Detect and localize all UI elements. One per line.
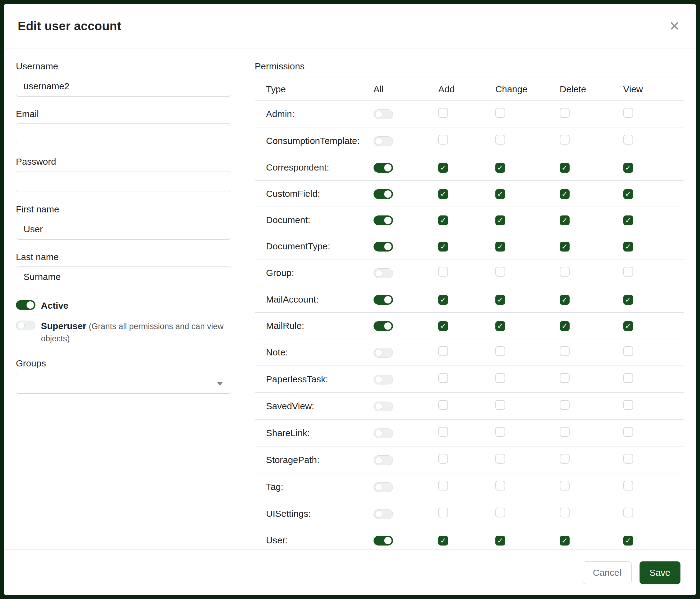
permission-view-checkbox[interactable] (623, 108, 633, 118)
permission-delete-checkbox[interactable]: ✓ (560, 242, 570, 251)
permission-delete-checkbox[interactable] (560, 508, 570, 518)
permission-change-checkbox[interactable] (495, 400, 505, 410)
permission-all-toggle[interactable] (374, 402, 393, 411)
permission-view-checkbox[interactable] (623, 267, 633, 277)
permission-change-checkbox[interactable] (495, 135, 505, 145)
permission-add-checkbox[interactable]: ✓ (438, 242, 448, 251)
permission-delete-checkbox[interactable]: ✓ (560, 215, 570, 225)
permission-add-checkbox[interactable] (438, 108, 448, 118)
permission-add-checkbox[interactable] (438, 481, 448, 490)
permission-view-checkbox[interactable] (623, 400, 633, 410)
groups-select[interactable] (16, 373, 231, 393)
permission-all-toggle[interactable] (374, 482, 393, 492)
permission-view-checkbox[interactable] (623, 481, 633, 490)
permission-delete-checkbox[interactable]: ✓ (560, 189, 570, 199)
permission-change-checkbox[interactable] (495, 508, 505, 518)
permission-view-checkbox[interactable] (623, 373, 633, 383)
permission-all-toggle[interactable] (374, 429, 393, 438)
username-input[interactable] (16, 76, 231, 97)
active-toggle[interactable] (16, 300, 35, 310)
permission-change-checkbox[interactable]: ✓ (495, 321, 505, 331)
permission-add-checkbox[interactable] (438, 427, 448, 437)
permission-delete-checkbox[interactable] (560, 481, 570, 490)
permission-all-toggle[interactable] (374, 242, 393, 251)
permission-delete-checkbox[interactable] (560, 427, 570, 437)
permission-change-checkbox[interactable] (495, 454, 505, 463)
permission-change-checkbox[interactable]: ✓ (495, 189, 505, 199)
permission-add-checkbox[interactable] (438, 267, 448, 277)
permission-delete-checkbox[interactable] (560, 373, 570, 383)
permission-change-checkbox[interactable] (495, 427, 505, 437)
permission-all-toggle[interactable] (374, 455, 393, 465)
permission-delete-checkbox[interactable]: ✓ (560, 295, 570, 305)
permission-view-checkbox[interactable]: ✓ (623, 536, 633, 546)
superuser-toggle[interactable] (16, 320, 35, 330)
permission-view-checkbox[interactable]: ✓ (623, 163, 633, 173)
permission-change-checkbox[interactable]: ✓ (495, 163, 505, 173)
permission-all-toggle[interactable] (374, 189, 393, 199)
permission-change-checkbox[interactable]: ✓ (495, 295, 505, 305)
permission-add-checkbox[interactable] (438, 346, 448, 356)
permission-view-checkbox[interactable] (623, 454, 633, 463)
permission-change-checkbox[interactable] (495, 267, 505, 277)
permission-view-checkbox[interactable]: ✓ (623, 215, 633, 225)
first-name-input[interactable] (16, 219, 231, 240)
password-input[interactable] (16, 171, 231, 192)
permission-add-checkbox[interactable] (438, 373, 448, 383)
permission-delete-checkbox[interactable] (560, 135, 570, 145)
permission-add-checkbox[interactable]: ✓ (438, 189, 448, 199)
permission-add-checkbox[interactable]: ✓ (438, 321, 448, 331)
permission-delete-checkbox[interactable] (560, 267, 570, 277)
permission-add-checkbox[interactable]: ✓ (438, 163, 448, 173)
email-input[interactable] (16, 123, 231, 144)
permission-type-label: MailAccount: (255, 286, 369, 313)
permission-delete-checkbox[interactable] (560, 400, 570, 410)
permission-view-checkbox[interactable] (623, 135, 633, 145)
permission-add-checkbox[interactable] (438, 508, 448, 518)
cancel-button[interactable]: Cancel (583, 561, 631, 584)
permission-view-checkbox[interactable]: ✓ (623, 321, 633, 331)
permission-delete-checkbox[interactable]: ✓ (560, 163, 570, 173)
permission-view-checkbox[interactable] (623, 508, 633, 518)
permission-view-checkbox[interactable]: ✓ (623, 189, 633, 199)
permission-all-toggle[interactable] (374, 295, 393, 305)
permission-view-checkbox[interactable]: ✓ (623, 295, 633, 305)
permission-all-toggle[interactable] (374, 215, 393, 225)
permission-change-checkbox[interactable] (495, 346, 505, 356)
last-name-input[interactable] (16, 266, 231, 287)
permission-delete-checkbox[interactable] (560, 108, 570, 118)
permission-delete-checkbox[interactable] (560, 454, 570, 463)
permission-add-checkbox[interactable]: ✓ (438, 295, 448, 305)
permission-delete-checkbox[interactable]: ✓ (560, 536, 570, 546)
permission-all-toggle[interactable] (374, 110, 393, 119)
permission-all-toggle[interactable] (374, 375, 393, 384)
permission-change-checkbox[interactable]: ✓ (495, 536, 505, 546)
permission-change-checkbox[interactable] (495, 481, 505, 490)
permission-add-checkbox[interactable]: ✓ (438, 536, 448, 546)
permission-view-checkbox[interactable]: ✓ (623, 242, 633, 251)
permission-view-checkbox[interactable] (623, 427, 633, 437)
save-button[interactable]: Save (640, 561, 680, 584)
permission-change-checkbox[interactable] (495, 373, 505, 383)
permission-add-checkbox[interactable] (438, 135, 448, 145)
permission-change-checkbox[interactable]: ✓ (495, 242, 505, 251)
permission-delete-checkbox[interactable]: ✓ (560, 321, 570, 331)
first-name-group: First name (16, 204, 240, 240)
permission-change-checkbox[interactable]: ✓ (495, 215, 505, 225)
active-label: Active (41, 301, 68, 311)
permission-add-checkbox[interactable] (438, 400, 448, 410)
permission-add-checkbox[interactable]: ✓ (438, 215, 448, 225)
permission-change-checkbox[interactable] (495, 108, 505, 118)
close-icon[interactable]: ✕ (667, 18, 682, 35)
permission-delete-checkbox[interactable] (560, 346, 570, 356)
permission-all-toggle[interactable] (374, 509, 393, 519)
permission-all-toggle[interactable] (374, 536, 393, 546)
permission-all-toggle[interactable] (374, 268, 393, 278)
permission-row: Admin: (255, 100, 684, 127)
permission-all-toggle[interactable] (374, 136, 393, 146)
permission-all-toggle[interactable] (374, 321, 393, 331)
permission-all-toggle[interactable] (374, 348, 393, 358)
permission-view-checkbox[interactable] (623, 346, 633, 356)
permission-all-toggle[interactable] (374, 163, 393, 173)
permission-add-checkbox[interactable] (438, 454, 448, 463)
